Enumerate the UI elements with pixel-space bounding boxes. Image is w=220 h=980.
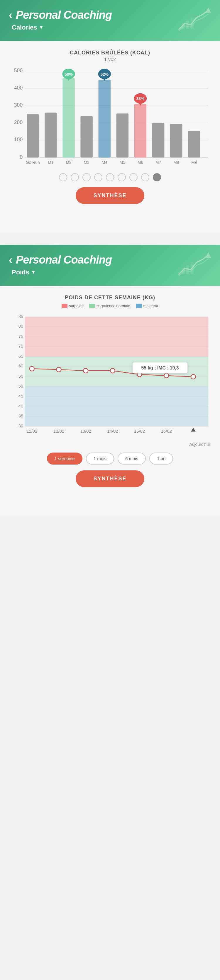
synthese-button-1[interactable]: SYNTHÈSE bbox=[75, 187, 144, 204]
calories-section: ‹ Personal Coaching Calories ▼ CALORIES … bbox=[0, 0, 220, 233]
svg-text:0: 0 bbox=[20, 154, 22, 160]
svg-text:M7: M7 bbox=[156, 160, 161, 165]
weight-chart: 85 80 75 70 65 60 55 50 45 40 35 30 bbox=[9, 314, 211, 436]
point-5 bbox=[164, 373, 169, 378]
svg-text:33%: 33% bbox=[136, 97, 145, 101]
svg-text:16/02: 16/02 bbox=[161, 429, 172, 434]
dot-3[interactable] bbox=[94, 173, 102, 181]
dot-2[interactable] bbox=[82, 173, 91, 181]
weight-chart-svg: 85 80 75 70 65 60 55 50 45 40 35 30 bbox=[9, 314, 211, 435]
svg-rect-34 bbox=[186, 265, 189, 274]
bar-m8 bbox=[170, 124, 182, 158]
svg-text:300: 300 bbox=[14, 102, 23, 108]
legend-surpoids: surpoids bbox=[62, 304, 83, 308]
svg-rect-35 bbox=[191, 262, 194, 274]
svg-rect-2 bbox=[186, 21, 189, 29]
calories-title: Personal Coaching bbox=[16, 9, 112, 21]
calories-dropdown-chevron: ▼ bbox=[39, 25, 44, 30]
legend-color-maigreur bbox=[136, 304, 142, 308]
dot-6[interactable] bbox=[129, 173, 138, 181]
point-2 bbox=[83, 368, 88, 373]
legend-color-corpulence bbox=[89, 304, 95, 308]
svg-text:70: 70 bbox=[18, 344, 23, 348]
back-button-1[interactable]: ‹ bbox=[9, 10, 12, 21]
bar-m6 bbox=[134, 104, 146, 158]
dot-1[interactable] bbox=[71, 173, 79, 181]
poids-dropdown-chevron: ▼ bbox=[31, 270, 36, 275]
calories-chart-title: CALORIES BRÛLÉES (kcal) bbox=[6, 50, 214, 56]
poids-header-chart-icon bbox=[176, 251, 214, 281]
time-period-buttons: 1 semaine 1 mois 6 mois 1 an bbox=[6, 453, 214, 465]
svg-text:400: 400 bbox=[14, 85, 23, 91]
svg-text:13/02: 13/02 bbox=[80, 429, 91, 434]
header-chart-icon bbox=[176, 6, 214, 36]
bar-m3 bbox=[80, 116, 92, 158]
svg-text:35: 35 bbox=[18, 414, 23, 418]
dot-0[interactable] bbox=[59, 173, 67, 181]
back-button-2[interactable]: ‹ bbox=[9, 255, 12, 265]
page-dots bbox=[6, 173, 214, 181]
legend-corpulence: corpulence normale bbox=[89, 304, 130, 308]
today-triangle bbox=[191, 428, 196, 431]
point-1 bbox=[56, 367, 61, 372]
bar-chart-svg: 0 100 200 300 400 500 Go Run M1 M2 bbox=[9, 68, 211, 166]
poids-chart-title: POIDS DE CETTE SEMAINE (kg) bbox=[6, 294, 214, 301]
svg-text:11/02: 11/02 bbox=[26, 429, 37, 434]
time-btn-1week[interactable]: 1 semaine bbox=[47, 453, 82, 465]
time-btn-1year[interactable]: 1 an bbox=[149, 453, 173, 465]
svg-rect-3 bbox=[191, 18, 194, 29]
svg-rect-1 bbox=[182, 24, 185, 29]
dot-4[interactable] bbox=[106, 173, 114, 181]
bar-m7 bbox=[152, 123, 164, 158]
point-0 bbox=[30, 367, 34, 371]
svg-text:65: 65 bbox=[18, 354, 23, 359]
svg-marker-32 bbox=[206, 252, 211, 258]
svg-text:500: 500 bbox=[14, 68, 23, 73]
point-6 bbox=[191, 374, 196, 379]
today-label: Aujourd'hui bbox=[6, 442, 210, 447]
time-btn-1month[interactable]: 1 mois bbox=[86, 453, 114, 465]
dot-8[interactable] bbox=[153, 173, 161, 181]
bar-m2 bbox=[63, 78, 74, 158]
svg-text:M2: M2 bbox=[66, 160, 71, 165]
svg-text:M5: M5 bbox=[120, 160, 125, 165]
time-btn-6months[interactable]: 6 mois bbox=[118, 453, 146, 465]
svg-text:M6: M6 bbox=[138, 160, 143, 165]
tooltip-text: 55 kg ; IMC : 19,3 bbox=[141, 365, 179, 370]
svg-text:100: 100 bbox=[14, 137, 23, 142]
svg-rect-33 bbox=[182, 268, 185, 274]
svg-text:M9: M9 bbox=[191, 160, 197, 165]
svg-text:14/02: 14/02 bbox=[107, 429, 118, 434]
dot-7[interactable] bbox=[141, 173, 149, 181]
svg-text:62%: 62% bbox=[100, 72, 109, 76]
svg-text:M3: M3 bbox=[84, 160, 90, 165]
svg-text:12/02: 12/02 bbox=[53, 429, 64, 434]
poids-section: ‹ Personal Coaching Poids ▼ POIDS DE CET… bbox=[0, 245, 220, 516]
svg-text:30: 30 bbox=[18, 424, 23, 429]
poids-title: Personal Coaching bbox=[16, 254, 112, 266]
svg-text:45: 45 bbox=[18, 394, 23, 398]
legend-color-surpoids bbox=[62, 304, 67, 308]
bar-m1 bbox=[45, 113, 56, 158]
synthese-button-2[interactable]: SYNTHÈSE bbox=[75, 470, 144, 487]
dot-5[interactable] bbox=[118, 173, 126, 181]
svg-text:M4: M4 bbox=[102, 160, 108, 165]
svg-text:85: 85 bbox=[18, 314, 23, 319]
svg-text:50: 50 bbox=[18, 384, 23, 388]
svg-text:M1: M1 bbox=[48, 160, 53, 165]
calories-chart-section: CALORIES BRÛLÉES (kcal) 17/02 0 100 200 … bbox=[0, 41, 220, 216]
bar-chart: 0 100 200 300 400 500 Go Run M1 M2 bbox=[6, 68, 214, 167]
bar-m9 bbox=[188, 131, 200, 158]
svg-text:Go Run: Go Run bbox=[26, 160, 40, 165]
poids-header: ‹ Personal Coaching Poids ▼ bbox=[0, 245, 220, 286]
svg-text:200: 200 bbox=[14, 119, 23, 125]
svg-text:15/02: 15/02 bbox=[134, 429, 145, 434]
bar-m4 bbox=[98, 80, 111, 158]
svg-text:60: 60 bbox=[18, 364, 23, 368]
svg-marker-0 bbox=[206, 7, 211, 13]
legend-maigreur: maigreur bbox=[136, 304, 158, 308]
bar-m5 bbox=[116, 113, 128, 158]
svg-text:55: 55 bbox=[18, 374, 23, 379]
calories-header: ‹ Personal Coaching Calories ▼ bbox=[0, 0, 220, 41]
point-3 bbox=[110, 368, 115, 373]
